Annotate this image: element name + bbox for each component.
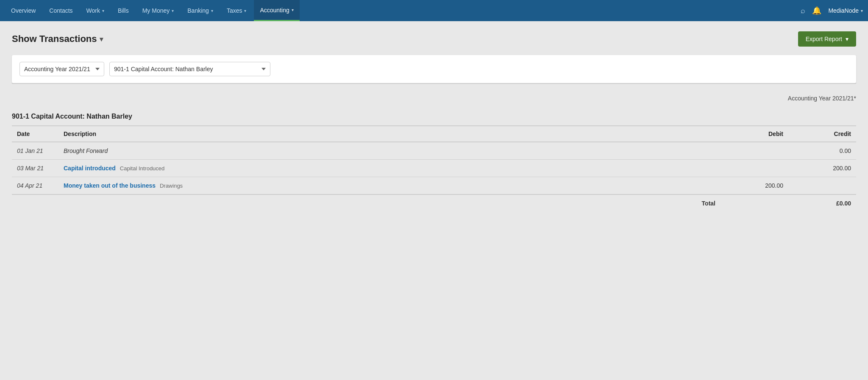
chevron-down-icon: ▾: [846, 36, 849, 42]
nav-user[interactable]: MediaNode ▾: [828, 7, 863, 14]
nav-item-bills[interactable]: Bills: [112, 0, 135, 21]
chevron-down-icon: ▾: [861, 8, 863, 13]
nav-label-work: Work: [86, 7, 100, 14]
nav-item-mymoney[interactable]: My Money ▾: [136, 0, 180, 21]
nav-label-mymoney: My Money: [142, 7, 170, 14]
nav-right: ⌕ 🔔 MediaNode ▾: [801, 6, 863, 15]
total-label: Total: [702, 200, 715, 207]
nav-username: MediaNode: [828, 7, 859, 14]
nav-label-accounting: Accounting: [260, 7, 289, 14]
section-divider: [12, 83, 856, 84]
filter-bar: Accounting Year 2021/21 Accounting Year …: [12, 55, 856, 83]
nav-item-work[interactable]: Work ▾: [81, 0, 110, 21]
transactions-table: Date Description Debit Credit 01 Jan 21 …: [12, 125, 856, 212]
nav-label-banking: Banking: [187, 7, 209, 14]
cell-debit: 200.00: [721, 177, 788, 195]
nav-label-contacts: Contacts: [49, 7, 72, 14]
accounting-year-note: Accounting Year 2021/21*: [12, 92, 856, 106]
cell-date: 03 Mar 21: [12, 160, 58, 177]
export-report-label: Export Report: [806, 36, 842, 42]
cell-credit: [788, 177, 856, 195]
table-row: 01 Jan 21 Brought Forward 0.00: [12, 142, 856, 160]
nav-label-bills: Bills: [118, 7, 129, 14]
col-header-date: Date: [12, 126, 58, 142]
cell-credit: 0.00: [788, 142, 856, 160]
search-icon[interactable]: ⌕: [801, 6, 805, 15]
nav-bar: Overview Contacts Work ▾ Bills My Money …: [0, 0, 868, 21]
report-section-title: 901-1 Capital Account: Nathan Barley: [12, 106, 856, 125]
cell-desc: Brought Forward: [58, 142, 721, 160]
nav-item-banking[interactable]: Banking ▾: [181, 0, 219, 21]
page-title-text: Show Transactions: [12, 33, 97, 44]
table-row: 03 Mar 21 Capital introduced Capital Int…: [12, 160, 856, 177]
page-header: Show Transactions ▾ Export Report ▾: [12, 31, 856, 47]
nav-label-taxes: Taxes: [227, 7, 242, 14]
year-filter-select[interactable]: Accounting Year 2021/21 Accounting Year …: [19, 62, 104, 76]
total-debit: [721, 194, 788, 212]
nav-item-taxes[interactable]: Taxes ▾: [221, 0, 253, 21]
col-header-credit: Credit: [788, 126, 856, 142]
desc-sublabel: Capital Introduced: [120, 165, 165, 172]
total-row: Total £0.00: [12, 194, 856, 212]
desc-text: Brought Forward: [64, 147, 108, 154]
cell-desc: Capital introduced Capital Introduced: [58, 160, 721, 177]
nav-item-overview[interactable]: Overview: [5, 0, 42, 21]
chevron-down-icon: ▾: [172, 8, 174, 13]
chevron-down-icon: ▾: [102, 8, 104, 13]
cell-credit: 200.00: [788, 160, 856, 177]
cell-debit: [721, 142, 788, 160]
transaction-link[interactable]: Money taken out of the business: [64, 182, 156, 189]
nav-label-overview: Overview: [11, 7, 36, 14]
total-label-cell: Total: [58, 194, 721, 212]
total-empty-date: [12, 194, 58, 212]
export-report-button[interactable]: Export Report ▾: [798, 31, 856, 47]
col-header-debit: Debit: [721, 126, 788, 142]
transaction-link[interactable]: Capital introduced: [64, 165, 116, 172]
table-row: 04 Apr 21 Money taken out of the busines…: [12, 177, 856, 195]
page-container: Show Transactions ▾ Export Report ▾ Acco…: [0, 21, 868, 380]
nav-items: Overview Contacts Work ▾ Bills My Money …: [5, 0, 801, 21]
cell-debit: [721, 160, 788, 177]
chevron-down-icon: ▾: [292, 8, 294, 12]
bell-icon[interactable]: 🔔: [812, 6, 821, 15]
page-title[interactable]: Show Transactions ▾: [12, 33, 103, 44]
desc-sublabel: Drawings: [160, 183, 183, 189]
table-header-row: Date Description Debit Credit: [12, 126, 856, 142]
report-area: Accounting Year 2021/21* 901-1 Capital A…: [12, 92, 856, 212]
account-filter-select[interactable]: 901-1 Capital Account: Nathan Barley: [109, 62, 270, 76]
chevron-down-icon: ▾: [211, 8, 213, 13]
nav-item-contacts[interactable]: Contacts: [43, 0, 78, 21]
cell-date: 04 Apr 21: [12, 177, 58, 195]
total-credit: £0.00: [788, 194, 856, 212]
chevron-down-icon: ▾: [100, 35, 103, 43]
nav-item-accounting[interactable]: Accounting ▾: [254, 0, 299, 21]
chevron-down-icon: ▾: [244, 8, 246, 13]
cell-date: 01 Jan 21: [12, 142, 58, 160]
col-header-description: Description: [58, 126, 721, 142]
cell-desc: Money taken out of the business Drawings: [58, 177, 721, 195]
